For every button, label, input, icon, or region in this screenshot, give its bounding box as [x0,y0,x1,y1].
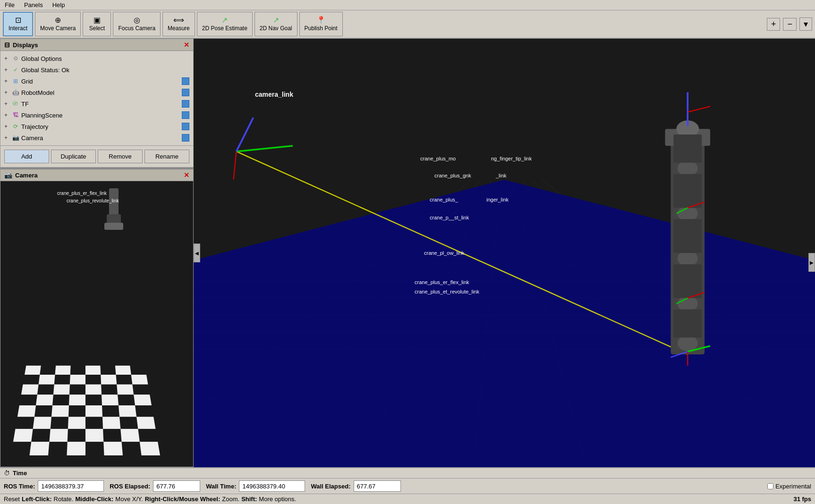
publish-point-button[interactable]: 📍 Publish Point [299,12,343,36]
global-status-icon: ✓ [12,66,19,74]
displays-title-label: Displays [13,42,38,49]
tf-icon: 〄 [12,100,19,108]
remove-button[interactable]: Remove [98,150,143,163]
focus-camera-label: Focus Camera [118,25,155,32]
svg-rect-25 [194,39,815,180]
2d-pose-estimate-button[interactable]: ↗ 2D Pose Estimate [197,12,253,36]
display-item-grid[interactable]: + ⊞ Grid [0,76,193,87]
svg-rect-2 [104,223,123,230]
displays-title: ⊟ Displays [4,41,38,49]
ros-time-input[interactable] [38,480,104,492]
displays-close-button[interactable]: ✕ [184,41,189,49]
camera-title-label: Camera [15,172,38,179]
wall-time-label: Wall Time: [206,483,236,490]
measure-icon: ⟺ [173,17,184,24]
expand-icon-trajectory: + [4,123,10,130]
ros-time-field: ROS Time: [4,480,104,492]
planning-scene-label: PlanningScene [21,112,180,119]
toolbar-dropdown-icon[interactable]: ▾ [799,17,812,31]
move-camera-button[interactable]: ⊕ Move Camera [35,12,81,36]
display-item-trajectory[interactable]: + ⟳ Trajectory [0,121,193,132]
hint-shift-label: Shift: [241,496,257,503]
publish-point-icon: 📍 [316,17,326,24]
camera-view: crane_plus_er_flex_link crane_plus_revol… [0,181,193,467]
hint-right-click-label: Right-Click/Mouse Wheel: [145,496,221,503]
add-button[interactable]: Add [4,150,49,163]
camera-checkbox[interactable] [182,134,189,142]
camera-icon: 📷 [12,134,19,142]
menu-bar: File Panels Help [0,0,815,10]
rename-button[interactable]: Rename [144,150,189,163]
display-item-planning-scene[interactable]: + 🏗 PlanningScene [0,109,193,121]
viewport-svg [194,39,815,467]
displays-buttons-row: Add Duplicate Remove Rename [0,145,193,167]
time-icon: ⏱ [4,470,10,477]
hint-shift-action: More options. [259,496,296,503]
svg-rect-41 [673,264,702,298]
planning-scene-icon: 🏗 [12,111,19,119]
trajectory-checkbox[interactable] [182,123,189,130]
display-item-tf[interactable]: + 〄 TF [0,98,193,109]
toolbar-right-controls: + − ▾ [767,17,812,31]
svg-point-33 [678,160,698,176]
measure-button[interactable]: ⟺ Measure [162,12,195,36]
publish-point-label: Publish Point [305,25,338,32]
viewport-right-arrow[interactable]: ▶ [808,253,815,272]
display-item-global-status[interactable]: + ✓ Global Status: Ok [0,64,193,76]
svg-point-35 [678,251,698,266]
grid-label: Grid [21,78,180,85]
display-item-robot-model[interactable]: + 🤖 RobotModel [0,87,193,98]
wall-time-input[interactable] [239,480,305,492]
robot-model-label: RobotModel [21,89,180,96]
camera-close-button[interactable]: ✕ [184,171,189,179]
robot-model-checkbox[interactable] [182,89,189,96]
tf-checkbox[interactable] [182,100,189,108]
select-button[interactable]: ▣ Select [83,12,111,36]
hint-left-click-action: Rotate. [54,496,74,503]
trajectory-label: Trajectory [21,123,180,130]
wall-elapsed-input[interactable] [354,480,401,492]
chess-board [11,366,160,455]
menu-file[interactable]: File [0,0,19,9]
chessboard-container [0,181,193,467]
svg-rect-42 [673,309,702,337]
menu-help[interactable]: Help [48,0,70,9]
status-hints: Reset Left-Click: Rotate. Middle-Click: … [0,494,815,504]
interact-icon: ⊡ [15,17,21,24]
grid-icon: ⊞ [12,77,19,85]
camera-title: 📷 Camera [4,171,38,179]
3d-viewport[interactable]: camera_link crane_plus_mo ng_finger_tip_… [194,39,815,467]
displays-icon: ⊟ [4,41,10,49]
2d-nav-goal-button[interactable]: ↗ 2D Nav Goal [255,12,297,36]
interact-button[interactable]: ⊡ Interact [3,12,33,36]
display-item-camera[interactable]: + 📷 Camera [0,132,193,143]
reset-button[interactable]: Reset [4,496,20,503]
expand-icon-global-options: + [4,55,10,62]
displays-section: ⊟ Displays ✕ + ⚙ Global Options + ✓ Glob… [0,39,194,168]
pose-estimate-icon: ↗ [221,17,228,24]
displays-header: ⊟ Displays ✕ [0,39,193,51]
interact-label: Interact [8,25,27,32]
experimental-checkbox[interactable] [767,483,773,489]
ros-elapsed-input[interactable] [153,480,200,492]
planning-scene-checkbox[interactable] [182,111,189,119]
menu-panels[interactable]: Panels [19,0,48,9]
expand-icon-robot-model: + [4,89,10,96]
svg-rect-38 [673,134,702,163]
display-item-global-options[interactable]: + ⚙ Global Options [0,53,193,64]
collapse-arrow[interactable]: ◀ [194,244,200,262]
toolbar-minus-icon[interactable]: − [783,18,797,31]
grid-checkbox[interactable] [182,77,189,85]
main-layout: ⊟ Displays ✕ + ⚙ Global Options + ✓ Glob… [0,39,815,467]
duplicate-button[interactable]: Duplicate [51,150,96,163]
trajectory-icon: ⟳ [12,123,19,130]
global-status-label: Global Status: Ok [21,67,189,74]
hint-middle-click-label: Middle-Click: [75,496,113,503]
toolbar-add-icon[interactable]: + [767,18,781,31]
svg-rect-40 [673,219,702,253]
focus-camera-button[interactable]: ◎ Focus Camera [113,12,161,36]
robot-model-icon: 🤖 [12,89,19,96]
camera-section: 📷 Camera ✕ crane_plus_er_flex_link crane… [0,168,194,467]
status-time-title: Time [13,470,27,477]
experimental-field: Experimental [767,483,811,490]
